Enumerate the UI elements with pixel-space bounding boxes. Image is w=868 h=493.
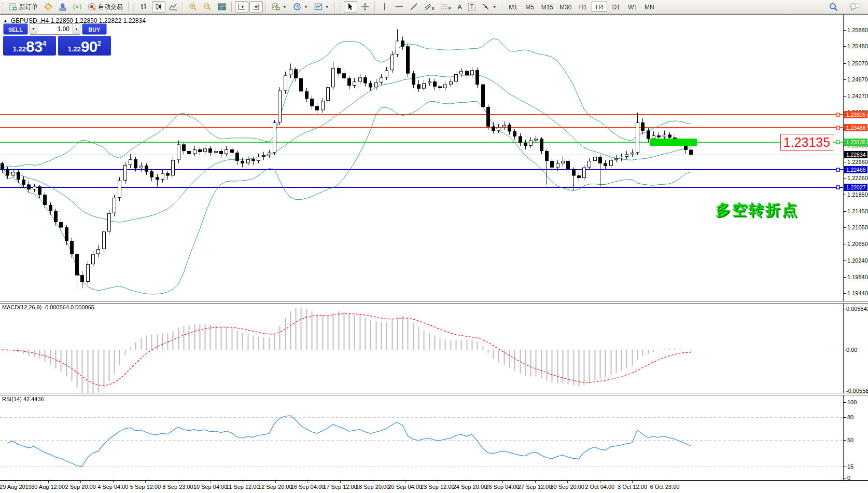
price-tick-mark bbox=[844, 96, 846, 97]
bottom-frame bbox=[0, 480, 868, 481]
rsi-canvas[interactable] bbox=[0, 394, 843, 480]
price-tick-label: 1.20650 bbox=[847, 241, 868, 247]
buy-price-big: 90 bbox=[81, 39, 97, 54]
templates-button[interactable]: ▼ bbox=[312, 1, 332, 12]
time-tick-label: 23 Sep 12:00 bbox=[421, 484, 454, 490]
line-chart-button[interactable] bbox=[166, 1, 180, 12]
time-tick-label: 5 Sep 12:00 bbox=[130, 484, 161, 490]
zoom-out-button[interactable] bbox=[201, 1, 214, 12]
timeframe-button-m30[interactable]: M30 bbox=[557, 2, 574, 12]
volume-down-button[interactable]: ▼ bbox=[30, 23, 37, 35]
rsi-tick-label: 50 bbox=[847, 437, 853, 443]
highlight-zone-rect[interactable] bbox=[650, 139, 697, 146]
pane-separator[interactable] bbox=[0, 393, 868, 395]
crosshair-button[interactable] bbox=[358, 1, 372, 12]
signals-button[interactable] bbox=[71, 1, 84, 12]
indicators-button[interactable]: ▼ bbox=[269, 1, 289, 12]
horizontal-line-button[interactable] bbox=[393, 1, 406, 12]
price-tick-label: 1.25880 bbox=[847, 27, 868, 33]
tile-windows-button[interactable] bbox=[215, 1, 229, 12]
axis-border bbox=[843, 15, 844, 480]
chart-shift-button[interactable] bbox=[249, 1, 263, 12]
pane-separator[interactable] bbox=[0, 301, 868, 304]
buy-button[interactable]: BUY bbox=[82, 23, 107, 35]
sell-price-box[interactable]: 1.22834 bbox=[3, 36, 56, 56]
bar-chart-button[interactable] bbox=[137, 1, 151, 12]
timeframe-button-h1[interactable]: H1 bbox=[575, 2, 591, 12]
volume-input[interactable] bbox=[37, 23, 73, 35]
time-tick-mark bbox=[211, 481, 211, 483]
buy-price-box[interactable]: 1.22902 bbox=[58, 36, 111, 56]
time-tick-mark bbox=[340, 481, 341, 483]
auto-scroll-button[interactable] bbox=[235, 1, 248, 12]
periods-button[interactable]: ▼ bbox=[290, 1, 311, 12]
dropdown-caret-icon: ▼ bbox=[283, 5, 287, 9]
rsi-tick-mark bbox=[844, 440, 846, 441]
toolbar-separator bbox=[374, 2, 375, 12]
buy-price-small: 1.22 bbox=[68, 45, 81, 53]
indicators-icon bbox=[272, 3, 280, 11]
price-callout-box[interactable]: 1.23135 bbox=[780, 134, 833, 150]
price-tick-mark bbox=[844, 63, 846, 64]
sell-price-small: 1.22 bbox=[13, 45, 26, 53]
timeframe-button-d1[interactable]: D1 bbox=[608, 2, 624, 12]
equidistant-channel-button[interactable]: E bbox=[422, 1, 437, 12]
time-tick-mark bbox=[113, 481, 114, 483]
channel-glyph: E bbox=[432, 6, 435, 11]
time-tick-label: 20 Sep 04:00 bbox=[388, 484, 422, 490]
price-tick-label: 1.22260 bbox=[847, 175, 868, 181]
time-tick-label: 11 Sep 12:00 bbox=[226, 484, 260, 490]
price-tick-label: 1.21850 bbox=[847, 191, 868, 198]
collapse-triangle-icon[interactable]: ▲ bbox=[3, 18, 8, 23]
time-tick-label: 17 Sep 12:00 bbox=[323, 484, 357, 490]
metaeditor-button[interactable] bbox=[41, 1, 55, 12]
auto-scroll-icon bbox=[237, 3, 246, 11]
clock-icon bbox=[293, 3, 301, 11]
price-tick-mark bbox=[844, 277, 846, 278]
candlestick-chart-icon bbox=[155, 3, 163, 11]
trendline-button[interactable] bbox=[407, 1, 421, 12]
cursor-button[interactable] bbox=[344, 1, 357, 12]
time-tick-mark bbox=[178, 481, 178, 483]
text-label-icon: T bbox=[468, 3, 475, 11]
timeframe-button-w1[interactable]: W1 bbox=[625, 2, 640, 12]
timeframe-button-mn[interactable]: MN bbox=[641, 2, 657, 12]
turning-point-annotation[interactable]: 多空转折点 bbox=[716, 200, 799, 221]
sell-button[interactable]: SELL bbox=[3, 23, 28, 35]
search-icon bbox=[829, 3, 838, 11]
vertical-line-button[interactable] bbox=[378, 1, 391, 12]
volume-up-button[interactable]: ▲ bbox=[73, 23, 80, 35]
text-label-button[interactable]: T bbox=[466, 1, 478, 12]
dropdown-caret-icon: ▼ bbox=[325, 5, 329, 9]
toolbar-grip bbox=[133, 2, 135, 11]
timeframe-button-m1[interactable]: M1 bbox=[506, 2, 521, 12]
community-button[interactable] bbox=[56, 1, 69, 12]
rsi-label: RSI(14) 42.4436 bbox=[2, 396, 44, 402]
time-tick-label: 2 Sep 20:00 bbox=[65, 484, 96, 490]
search-button[interactable] bbox=[827, 1, 841, 12]
timeframe-button-h4[interactable]: H4 bbox=[592, 2, 607, 12]
main-chart-canvas[interactable] bbox=[0, 15, 843, 301]
chat-button[interactable] bbox=[847, 1, 863, 12]
macd-canvas[interactable] bbox=[0, 303, 843, 393]
timeframe-button-m15[interactable]: M15 bbox=[539, 2, 556, 12]
price-tick-label: 1.21050 bbox=[847, 224, 868, 230]
toolbar-grip bbox=[339, 2, 342, 11]
fibonacci-button[interactable]: F bbox=[438, 1, 454, 12]
fibonacci-icon bbox=[441, 3, 448, 10]
chart-shift-icon bbox=[252, 3, 260, 11]
hline-price-label: 1.22027 bbox=[844, 184, 867, 191]
hline-price-label: 1.23135 bbox=[844, 139, 867, 146]
text-button[interactable]: A bbox=[455, 1, 465, 12]
new-order-button[interactable]: 新订单 bbox=[6, 1, 40, 12]
autotrading-button[interactable]: 自动交易 bbox=[85, 1, 125, 12]
timeframe-button-m5[interactable]: M5 bbox=[522, 2, 538, 12]
arrows-button[interactable]: ▼ bbox=[479, 1, 499, 12]
zoom-in-button[interactable] bbox=[186, 1, 200, 12]
time-tick-mark bbox=[243, 481, 243, 483]
candlestick-chart-button[interactable] bbox=[152, 1, 165, 12]
toolbar-separator bbox=[231, 2, 232, 12]
line-chart-icon bbox=[169, 3, 177, 11]
price-tick-mark bbox=[844, 227, 846, 228]
time-tick-label: 30 Aug 12:00 bbox=[31, 484, 65, 490]
